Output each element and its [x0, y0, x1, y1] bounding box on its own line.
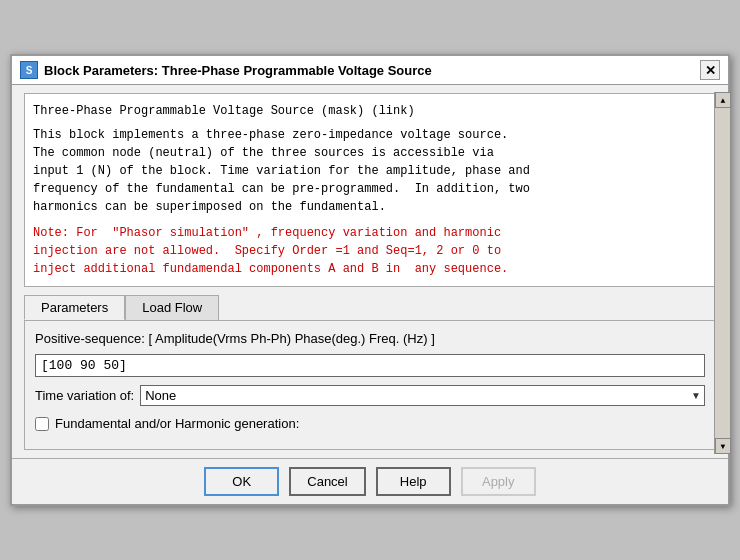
positive-sequence-label: Positive-sequence: [ Amplitude(Vrms Ph-P… [35, 331, 435, 346]
apply-button[interactable]: Apply [461, 467, 536, 496]
button-bar: OK Cancel Help Apply [12, 458, 728, 504]
time-variation-dropdown-wrapper[interactable]: None Amplitude Phase Frequency ▼ [140, 385, 705, 406]
window-title: Block Parameters: Three-Phase Programmab… [44, 63, 432, 78]
tab-load-flow[interactable]: Load Flow [125, 295, 219, 320]
tab-content-parameters: Positive-sequence: [ Amplitude(Vrms Ph-P… [24, 320, 716, 450]
description-box: Three-Phase Programmable Voltage Source … [24, 93, 716, 287]
tab-bar: Parameters Load Flow [24, 295, 716, 320]
help-button[interactable]: Help [376, 467, 451, 496]
harmonic-checkbox-row: Fundamental and/or Harmonic generation: [35, 416, 705, 431]
body-text: This block implements a three-phase zero… [33, 126, 707, 216]
scroll-up-button[interactable]: ▲ [715, 92, 731, 108]
title-bar: S Block Parameters: Three-Phase Programm… [12, 56, 728, 85]
ok-button[interactable]: OK [204, 467, 279, 496]
vertical-scrollbar[interactable]: ▲ ▼ [714, 92, 730, 454]
harmonic-label: Fundamental and/or Harmonic generation: [55, 416, 299, 431]
positive-sequence-input[interactable] [35, 354, 705, 377]
harmonic-checkbox[interactable] [35, 417, 49, 431]
tab-parameters[interactable]: Parameters [24, 295, 125, 320]
note-text: Note: For "Phasor simulation" , frequenc… [33, 224, 707, 278]
positive-sequence-row: Positive-sequence: [ Amplitude(Vrms Ph-P… [35, 331, 705, 346]
scroll-down-button[interactable]: ▼ [715, 438, 731, 454]
cancel-button[interactable]: Cancel [289, 467, 365, 496]
close-button[interactable]: ✕ [700, 60, 720, 80]
time-variation-label: Time variation of: [35, 388, 134, 403]
scroll-track [715, 108, 730, 438]
time-variation-select[interactable]: None Amplitude Phase Frequency [140, 385, 705, 406]
window-icon: S [20, 61, 38, 79]
mask-link-line: Three-Phase Programmable Voltage Source … [33, 102, 707, 120]
time-variation-row: Time variation of: None Amplitude Phase … [35, 385, 705, 406]
